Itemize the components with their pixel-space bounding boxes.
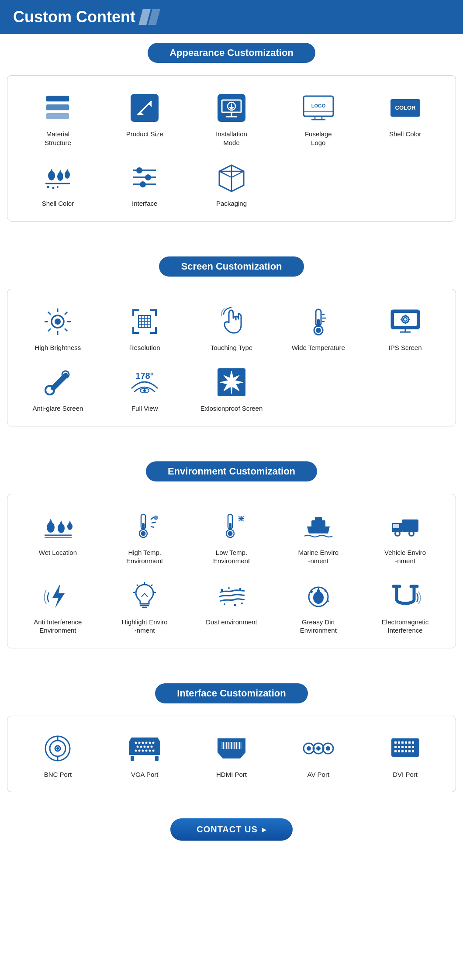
hdmi-port-label: HDMI Port	[216, 770, 247, 779]
screen-section: Screen Customization	[0, 248, 463, 439]
svg-point-108	[228, 531, 232, 536]
svg-point-165	[145, 749, 148, 751]
vga-port-label: VGA Port	[131, 770, 159, 779]
vehicle-enviro-icon	[388, 509, 423, 544]
svg-line-102	[152, 522, 156, 523]
svg-point-179	[316, 746, 321, 751]
svg-rect-193	[405, 746, 407, 748]
vga-port-icon	[127, 731, 162, 766]
svg-point-139	[324, 589, 326, 592]
full-view-icon: 178°	[127, 365, 162, 400]
fuselage-logo-icon: LOGO	[301, 90, 336, 125]
bnc-port-item: BNC Port	[14, 727, 101, 783]
wide-temperature-icon	[301, 304, 336, 339]
svg-point-104	[154, 516, 158, 520]
svg-line-54	[65, 312, 67, 315]
svg-rect-115	[402, 519, 418, 532]
svg-point-166	[149, 749, 151, 751]
anti-glare-item: Anti-glare Screen	[14, 360, 101, 417]
electromagnetic-item: ElectromagneticInterference	[362, 574, 449, 639]
svg-rect-198	[401, 750, 404, 752]
low-temp-item: Low Temp.Environment	[188, 505, 275, 570]
svg-point-162	[135, 749, 137, 751]
contact-us-button[interactable]: CONTACT US	[170, 818, 293, 841]
environment-title: Environment Customization	[146, 461, 317, 481]
svg-marker-121	[52, 584, 65, 608]
installation-mode-icon	[214, 90, 249, 125]
svg-point-159	[144, 745, 146, 748]
full-view-label: Full View	[131, 404, 158, 413]
high-temp-icon	[127, 509, 162, 544]
svg-marker-90	[47, 519, 54, 527]
svg-rect-114	[315, 517, 322, 521]
svg-rect-192	[401, 746, 404, 748]
svg-text:COLOR: COLOR	[395, 104, 416, 111]
low-temp-label: Low Temp.Environment	[213, 548, 250, 565]
touching-type-item: Touching Type	[188, 300, 275, 357]
svg-point-134	[241, 603, 243, 604]
product-size-item: Product Size	[101, 86, 188, 151]
hdmi-port-icon	[214, 731, 249, 766]
dvi-port-icon	[388, 731, 423, 766]
svg-point-133	[234, 604, 236, 606]
svg-line-125	[151, 585, 152, 586]
svg-rect-116	[393, 524, 399, 528]
svg-point-167	[152, 749, 155, 751]
svg-line-55	[48, 329, 51, 331]
touching-type-icon	[214, 304, 249, 339]
svg-rect-188	[408, 741, 411, 744]
packaging-icon	[214, 160, 249, 195]
dust-environment-item: Dust environment	[188, 574, 275, 639]
screen-box: High Brightness	[7, 289, 456, 426]
svg-line-52	[48, 312, 51, 315]
svg-rect-194	[408, 746, 411, 748]
packaging-label: Packaging	[216, 199, 247, 208]
svg-point-156	[152, 741, 155, 744]
anti-interference-item: Anti InterferenceEnvironment	[14, 574, 101, 639]
low-temp-icon	[214, 509, 249, 544]
exlosionproof-label: Exlosionproof Screen	[200, 404, 263, 413]
svg-rect-2	[46, 113, 69, 119]
header-decoration	[141, 9, 158, 25]
material-structure-label: MaterialStructure	[45, 130, 71, 147]
svg-rect-195	[412, 746, 414, 748]
environment-box: Wet Location	[7, 494, 456, 648]
environment-grid: Wet Location	[14, 505, 449, 639]
ips-screen-label: IPS Screen	[389, 343, 422, 352]
svg-rect-99	[142, 523, 145, 530]
svg-point-130	[228, 587, 230, 589]
page-header: Custom Content	[0, 0, 463, 34]
wide-temperature-label: Wide Temperature	[292, 343, 345, 352]
screen-grid: High Brightness	[14, 300, 449, 417]
svg-rect-81	[50, 372, 69, 391]
bnc-port-label: BNC Port	[44, 770, 72, 779]
svg-line-101	[151, 517, 154, 519]
highlight-enviro-label: Highlight Enviro-nment	[122, 618, 168, 635]
svg-rect-185	[398, 741, 400, 744]
svg-rect-150	[155, 756, 159, 761]
svg-point-138	[310, 590, 313, 593]
interface-grid: BNC Port	[14, 727, 449, 783]
high-temp-item: High Temp.Environment	[101, 505, 188, 570]
product-size-label: Product Size	[126, 130, 163, 139]
svg-rect-113	[311, 520, 325, 527]
svg-point-120	[410, 532, 413, 535]
fuselage-logo-item: LOGO FuselageLogo	[275, 86, 362, 151]
shell-color-2-item: Shell Color	[14, 156, 101, 212]
dust-environment-label: Dust environment	[206, 618, 257, 627]
svg-point-47	[55, 319, 61, 325]
svg-point-164	[142, 749, 144, 751]
svg-point-37	[145, 174, 151, 180]
full-view-item: 178° Full View	[101, 360, 188, 417]
anti-glare-icon	[40, 365, 75, 400]
greasy-dirt-label: Greasy DirtEnvironment	[300, 618, 337, 635]
high-brightness-item: High Brightness	[14, 300, 101, 357]
ips-screen-icon	[388, 304, 423, 339]
exlosionproof-icon	[214, 365, 249, 400]
svg-line-127	[137, 585, 138, 586]
svg-point-31	[47, 186, 49, 188]
svg-point-33	[57, 186, 59, 188]
svg-rect-196	[394, 750, 397, 752]
svg-point-153	[142, 741, 144, 744]
svg-line-53	[65, 329, 67, 331]
